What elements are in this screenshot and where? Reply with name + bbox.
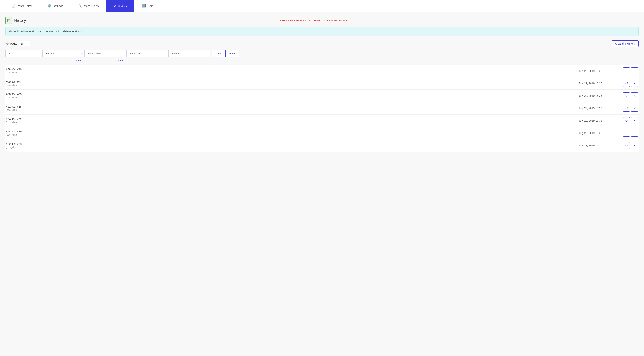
date-from-input[interactable]	[84, 50, 126, 57]
row-actions: ↺ ✕	[623, 130, 639, 136]
row-title: #88. Car #26	[6, 68, 577, 71]
filter-row: by Author ▾ Filter Reset	[5, 50, 639, 57]
filter-fields[interactable]	[168, 50, 210, 57]
nav-posts-editor-label: Posts Editor	[17, 4, 32, 8]
clear-spacer	[5, 59, 32, 62]
history-table: #88. Car #26 [post_date] July 29, 2019 1…	[5, 65, 639, 152]
nav-help[interactable]: ℹ️ Help	[134, 0, 161, 12]
table-row: #90. Car #27 [post_date] July 29, 2019 1…	[5, 77, 639, 90]
row-actions: ↺ ✕	[623, 117, 639, 124]
clear-from-link[interactable]: clear	[76, 59, 82, 62]
restore-button[interactable]: ↺	[623, 105, 630, 112]
posts-editor-icon: 📄	[12, 4, 15, 8]
history-icon: ↺	[114, 5, 116, 8]
row-title-area: #96. Car #30 [post_date]	[5, 93, 577, 99]
filter-author-select[interactable]: by Author ▾	[42, 50, 84, 57]
clear-from-link-area: clear	[74, 59, 116, 62]
row-date: July 29, 2019 16:36	[577, 82, 623, 85]
per-page-label: Per page:	[5, 42, 17, 45]
row-actions: ↺ ✕	[623, 80, 639, 87]
filter-all-input[interactable]	[5, 50, 42, 57]
table-row: #94. Car #29 [post_date] July 29, 2019 1…	[5, 127, 639, 139]
row-date: July 29, 2019 16:36	[577, 131, 623, 135]
row-title-area: #92. Car #28 [post_date]	[5, 142, 577, 148]
filter-date-from[interactable]	[84, 50, 126, 57]
row-date: July 29, 2019 16:35	[577, 144, 623, 147]
row-meta: [post_date]	[6, 84, 577, 86]
row-date: July 29, 2019 16:36	[577, 94, 623, 97]
filter-author-dropdown[interactable]: by Author	[42, 50, 80, 57]
delete-button[interactable]: ✕	[631, 130, 638, 136]
row-title-area: #92. Car #28 [post_date]	[5, 105, 577, 111]
delete-button[interactable]: ✕	[631, 68, 638, 74]
row-date: July 29, 2019 16:36	[577, 107, 623, 110]
info-banner: Works for edit-operations and not work w…	[5, 27, 639, 36]
clear-history-button[interactable]: Clear the History	[612, 40, 639, 47]
per-page-area: Per page:	[5, 41, 30, 46]
restore-button[interactable]: ↺	[623, 80, 630, 87]
delete-button[interactable]: ✕	[631, 92, 638, 99]
row-meta: [post_date]	[6, 133, 577, 136]
row-title: #92. Car #28	[6, 105, 577, 108]
nav-history[interactable]: ↺ History	[106, 0, 134, 12]
nav-settings[interactable]: ⚙️ Settings	[40, 0, 71, 12]
row-title: #94. Car #29	[6, 118, 577, 121]
row-actions: ↺ ✕	[623, 142, 639, 149]
row-meta: [post_date]	[6, 109, 577, 111]
row-actions: ↺ ✕	[623, 68, 639, 74]
row-actions: ↺ ✕	[623, 92, 639, 99]
row-title-area: #88. Car #26 [post_date]	[5, 68, 577, 74]
table-row: #92. Car #28 [post_date] July 29, 2019 1…	[5, 102, 639, 114]
date-to-input[interactable]	[126, 50, 168, 57]
delete-button[interactable]: ✕	[631, 117, 638, 124]
filter-button[interactable]: Filter	[212, 50, 225, 57]
row-date: July 29, 2019 16:36	[577, 119, 623, 122]
row-title: #90. Car #27	[6, 80, 577, 83]
chevron-down-icon: ▾	[80, 52, 84, 55]
restore-button[interactable]: ↺	[623, 68, 630, 74]
fields-input[interactable]	[168, 50, 210, 57]
row-title-area: #90. Car #27 [post_date]	[5, 80, 577, 86]
page-header: 📋 History IN FREE VERSION 2 LAST OPERATI…	[5, 17, 639, 24]
delete-button[interactable]: ✕	[631, 142, 638, 149]
restore-button[interactable]: ↺	[623, 117, 630, 124]
controls-row: Per page: Clear the History	[5, 40, 639, 47]
row-meta: [post_date]	[6, 146, 577, 148]
row-date: July 29, 2019 16:36	[577, 69, 623, 72]
clear-author-spacer	[32, 59, 74, 62]
page-title: History	[14, 18, 26, 23]
clear-to-link-area: clear	[116, 59, 158, 62]
row-title-area: #94. Car #29 [post_date]	[5, 118, 577, 124]
row-actions: ↺ ✕	[623, 105, 639, 112]
reset-button[interactable]: Reset	[226, 50, 239, 57]
row-title: #92. Car #28	[6, 142, 577, 145]
table-row: #96. Car #30 [post_date] July 29, 2019 1…	[5, 90, 639, 102]
row-meta: [post_date]	[6, 96, 577, 99]
restore-button[interactable]: ↺	[623, 130, 630, 136]
main-content: 📋 History IN FREE VERSION 2 LAST OPERATI…	[0, 13, 644, 156]
filter-date-to[interactable]	[126, 50, 168, 57]
row-meta: [post_date]	[6, 121, 577, 124]
per-page-input[interactable]	[19, 41, 30, 46]
table-row: #94. Car #29 [post_date] July 29, 2019 1…	[5, 114, 639, 127]
nav-posts-editor[interactable]: 📄 Posts Editor	[4, 0, 40, 12]
delete-button[interactable]: ✕	[631, 105, 638, 112]
nav-help-label: Help	[148, 4, 153, 8]
delete-button[interactable]: ✕	[631, 80, 638, 87]
restore-button[interactable]: ↺	[623, 142, 630, 149]
row-title-area: #94. Car #29 [post_date]	[5, 130, 577, 136]
clear-to-link[interactable]: clear	[118, 59, 124, 62]
table-row: #88. Car #26 [post_date] July 29, 2019 1…	[5, 65, 639, 77]
help-icon: ℹ️	[142, 4, 146, 8]
meta-fields-icon: 📎	[78, 4, 82, 8]
row-meta: [post_date]	[6, 71, 577, 74]
top-nav: 📄 Posts Editor ⚙️ Settings 📎 Meta Fields…	[0, 0, 644, 13]
nav-meta-fields[interactable]: 📎 Meta Fields	[71, 0, 106, 12]
nav-settings-label: Settings	[53, 4, 63, 8]
nav-meta-fields-label: Meta Fields	[84, 4, 99, 8]
restore-button[interactable]: ↺	[623, 92, 630, 99]
page-icon: 📋	[5, 17, 12, 24]
clear-links-row: clear clear	[5, 59, 639, 62]
page-title-area: 📋 History	[5, 17, 26, 24]
settings-icon: ⚙️	[48, 4, 51, 8]
